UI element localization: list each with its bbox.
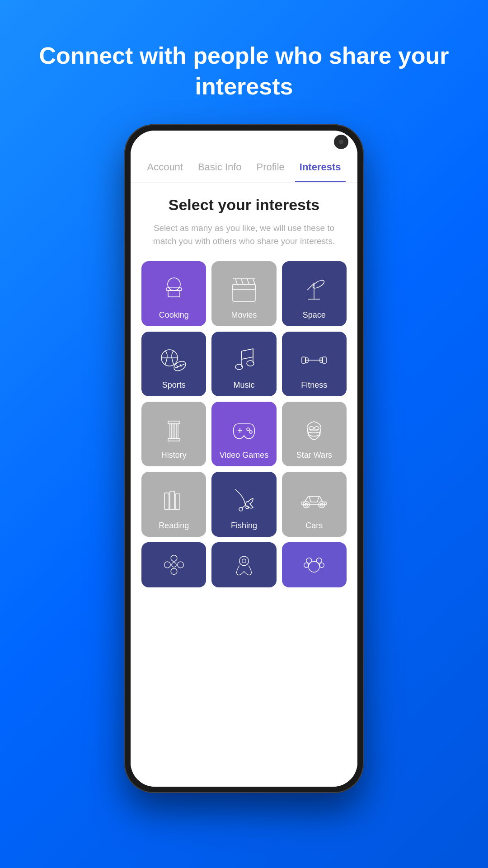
svg-rect-26 <box>323 357 326 363</box>
interest-card-video-games[interactable]: Video Games <box>211 402 276 466</box>
svg-rect-30 <box>168 438 180 441</box>
fishing-icon <box>226 483 262 519</box>
svg-point-55 <box>177 562 183 568</box>
phone-screen: Account Basic Info Profile Interests Sel… <box>131 131 357 787</box>
tab-interests[interactable]: Interests <box>295 153 346 182</box>
interest-card-movies[interactable]: Movies <box>211 261 276 326</box>
svg-line-6 <box>241 279 243 284</box>
music-icon <box>226 342 262 378</box>
svg-point-61 <box>304 563 309 567</box>
interest-card-art[interactable] <box>211 542 276 587</box>
svg-point-36 <box>247 428 249 431</box>
svg-line-8 <box>253 279 255 284</box>
art-icon <box>230 551 258 578</box>
status-bar <box>131 131 357 153</box>
svg-point-57 <box>242 559 246 563</box>
svg-rect-2 <box>168 291 180 297</box>
cars-label: Cars <box>305 521 323 530</box>
interest-card-star-wars[interactable]: Star Wars <box>282 402 347 466</box>
cooking-icon <box>156 272 192 308</box>
svg-rect-25 <box>302 357 305 363</box>
svg-line-17 <box>175 364 184 368</box>
video-games-label: Video Games <box>220 450 269 460</box>
interest-card-reading[interactable]: Reading <box>141 472 206 536</box>
svg-rect-29 <box>168 421 180 424</box>
pets-icon <box>300 551 328 578</box>
svg-rect-4 <box>233 284 255 290</box>
interest-card-pets[interactable] <box>282 542 347 587</box>
interest-card-cars[interactable]: Cars <box>282 472 347 536</box>
tab-account[interactable]: Account <box>142 153 188 182</box>
camera-dot <box>334 135 348 149</box>
interest-card-fitness[interactable]: Fitness <box>282 332 347 396</box>
svg-line-7 <box>247 279 249 284</box>
star-wars-label: Star Wars <box>296 450 332 460</box>
interest-card-space[interactable]: Space <box>282 261 347 326</box>
sports-icon <box>156 342 192 378</box>
nature-icon <box>160 551 188 578</box>
star-wars-icon <box>296 413 332 449</box>
reading-label: Reading <box>159 521 189 530</box>
page-title: Select your interests <box>141 196 347 214</box>
svg-point-60 <box>316 558 322 563</box>
svg-point-46 <box>239 507 243 511</box>
screen-content: Account Basic Info Profile Interests Sel… <box>131 153 357 787</box>
space-icon <box>296 272 332 308</box>
fitness-label: Fitness <box>301 380 327 390</box>
svg-rect-31 <box>170 424 172 438</box>
svg-point-12 <box>312 279 325 290</box>
space-label: Space <box>303 310 326 320</box>
reading-icon <box>156 483 192 519</box>
svg-point-0 <box>168 278 180 291</box>
cooking-label: Cooking <box>159 310 189 320</box>
svg-rect-40 <box>164 493 169 509</box>
svg-point-52 <box>171 555 177 561</box>
video-games-icon <box>226 413 262 449</box>
interest-card-nature[interactable] <box>141 542 206 587</box>
nav-tabs: Account Basic Info Profile Interests <box>131 153 357 183</box>
svg-rect-1 <box>166 288 182 291</box>
interest-card-fishing[interactable]: Fishing <box>211 472 276 536</box>
interest-card-music[interactable]: Music <box>211 332 276 396</box>
svg-rect-41 <box>170 491 174 509</box>
cars-icon <box>296 483 332 519</box>
interests-grid: Cooking <box>141 261 347 536</box>
tab-basic-info[interactable]: Basic Info <box>193 153 246 182</box>
music-label: Music <box>233 380 254 390</box>
interest-card-history[interactable]: History <box>141 402 206 466</box>
tab-profile[interactable]: Profile <box>252 153 289 182</box>
svg-point-51 <box>172 562 176 567</box>
svg-point-53 <box>171 568 177 574</box>
svg-point-62 <box>319 563 324 567</box>
history-icon <box>156 413 192 449</box>
svg-point-54 <box>164 562 170 568</box>
phone-shell: Account Basic Info Profile Interests Sel… <box>124 124 364 793</box>
svg-point-59 <box>306 558 312 563</box>
headline: Connect with people who share your inter… <box>0 41 488 102</box>
svg-point-56 <box>239 556 249 566</box>
svg-rect-32 <box>173 424 175 438</box>
interest-card-cooking[interactable]: Cooking <box>141 261 206 326</box>
scroll-content: Select your interests Select as many as … <box>131 183 357 787</box>
sports-label: Sports <box>162 380 186 390</box>
history-label: History <box>161 450 187 460</box>
fitness-icon <box>296 342 332 378</box>
svg-rect-33 <box>176 424 178 438</box>
movies-icon <box>226 272 262 308</box>
bottom-row <box>141 542 347 587</box>
interest-card-sports[interactable]: Sports <box>141 332 206 396</box>
svg-line-5 <box>235 279 237 284</box>
subtitle: Select as many as you like, we will use … <box>141 222 347 248</box>
svg-point-37 <box>249 431 252 433</box>
svg-rect-42 <box>175 494 180 509</box>
svg-rect-3 <box>233 284 255 301</box>
movies-label: Movies <box>231 310 257 320</box>
fishing-label: Fishing <box>231 521 257 530</box>
